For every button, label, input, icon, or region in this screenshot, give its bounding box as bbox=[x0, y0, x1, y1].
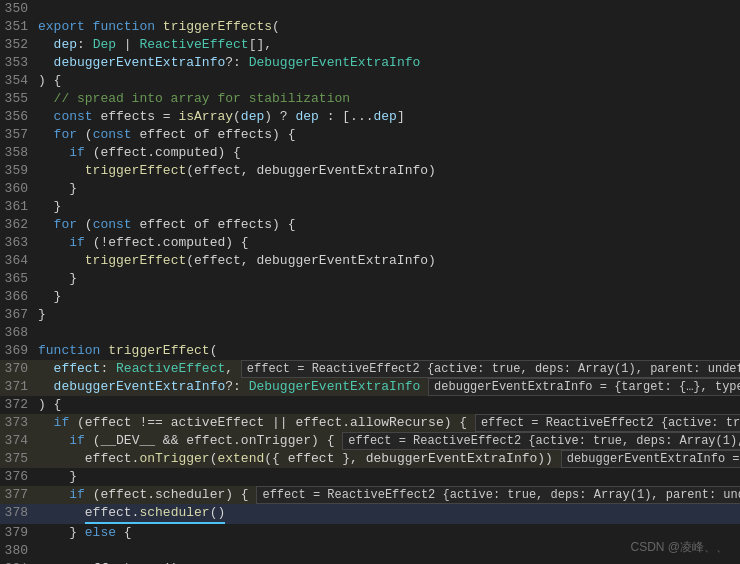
code-line-376: 376 } bbox=[0, 468, 740, 486]
code-line-361: 361 } bbox=[0, 198, 740, 216]
tooltip-371: debuggerEventExtraInfo = {target: {…}, t… bbox=[428, 378, 740, 396]
code-line-353: 353 debuggerEventExtraInfo?: DebuggerEve… bbox=[0, 54, 740, 72]
code-line-375: 375 effect.onTrigger(extend({ effect }, … bbox=[0, 450, 740, 468]
tooltip-374: effect = ReactiveEffect2 {active: true, … bbox=[342, 432, 740, 450]
code-line-379: 379 } else { bbox=[0, 524, 740, 542]
code-line-359: 359 triggerEffect(effect, debuggerEventE… bbox=[0, 162, 740, 180]
code-line-378: 378 effect.scheduler() bbox=[0, 504, 740, 524]
code-line-351: 351 export function triggerEffects( bbox=[0, 18, 740, 36]
code-line-352: 352 dep: Dep | ReactiveEffect[], bbox=[0, 36, 740, 54]
code-line-355: 355 // spread into array for stabilizati… bbox=[0, 90, 740, 108]
code-line-377: 377 if (effect.scheduler) { effect = Rea… bbox=[0, 486, 740, 504]
code-line-364: 364 triggerEffect(effect, debuggerEventE… bbox=[0, 252, 740, 270]
code-line-358: 358 if (effect.computed) { bbox=[0, 144, 740, 162]
code-line-357: 357 for (const effect of effects) { bbox=[0, 126, 740, 144]
tooltip-370: effect = ReactiveEffect2 {active: true, … bbox=[241, 360, 740, 378]
code-line-380: 380 bbox=[0, 542, 740, 560]
code-line-373: 373 if (effect !== activeEffect || effec… bbox=[0, 414, 740, 432]
code-line-381: 381 effect.run() bbox=[0, 560, 740, 564]
code-line-371: 371 debuggerEventExtraInfo?: DebuggerEve… bbox=[0, 378, 740, 396]
code-line-363: 363 if (!effect.computed) { bbox=[0, 234, 740, 252]
code-editor: 350 351 export function triggerEffects( … bbox=[0, 0, 740, 564]
tooltip-375: debuggerEventExtraInfo = {target: {…}, bbox=[561, 450, 740, 468]
code-line-350: 350 bbox=[0, 0, 740, 18]
tooltip-373: effect = ReactiveEffect2 {active: true, … bbox=[475, 414, 740, 432]
code-line-374: 374 if (__DEV__ && effect.onTrigger) { e… bbox=[0, 432, 740, 450]
code-line-368: 368 bbox=[0, 324, 740, 342]
code-line-369: 369 function triggerEffect( bbox=[0, 342, 740, 360]
code-line-370: 370 effect: ReactiveEffect, effect = Rea… bbox=[0, 360, 740, 378]
watermark: CSDN @凌峰、、 bbox=[630, 539, 728, 556]
code-line-372: 372 ) { bbox=[0, 396, 740, 414]
code-line-360: 360 } bbox=[0, 180, 740, 198]
code-line-367: 367 } bbox=[0, 306, 740, 324]
code-line-365: 365 } bbox=[0, 270, 740, 288]
code-line-356: 356 const effects = isArray(dep) ? dep :… bbox=[0, 108, 740, 126]
tooltip-377: effect = ReactiveEffect2 {active: true, … bbox=[256, 486, 740, 504]
code-line-366: 366 } bbox=[0, 288, 740, 306]
code-line-362: 362 for (const effect of effects) { bbox=[0, 216, 740, 234]
code-line-354: 354 ) { bbox=[0, 72, 740, 90]
